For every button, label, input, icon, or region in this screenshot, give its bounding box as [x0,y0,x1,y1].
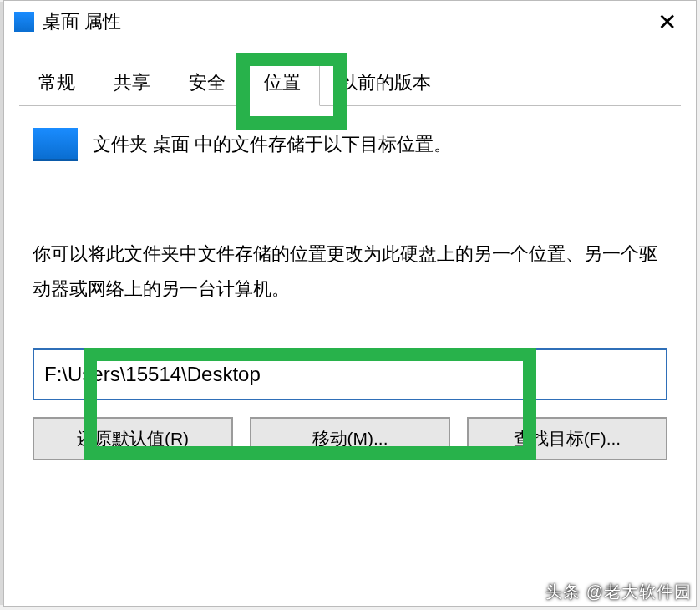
restore-defaults-button[interactable]: 还原默认值(R) [33,417,233,460]
desktop-icon [33,128,78,161]
tab-content: 文件夹 桌面 中的文件存储于以下目标位置。 你可以将此文件夹中文件存储的位置更改… [4,113,696,460]
move-button[interactable]: 移动(M)... [250,417,450,460]
tab-security[interactable]: 安全 [170,58,245,105]
close-button[interactable]: ✕ [647,3,686,41]
tab-general[interactable]: 常规 [19,58,94,105]
header-row: 文件夹 桌面 中的文件存储于以下目标位置。 [33,128,667,161]
description-text: 你可以将此文件夹中文件存储的位置更改为此硬盘上的另一个位置、另一个驱动器或网络上… [33,236,667,307]
tab-previous-versions[interactable]: 以前的版本 [320,58,450,105]
path-input[interactable] [33,348,667,400]
find-target-button[interactable]: 查找目标(F)... [467,417,667,460]
tab-location[interactable]: 位置 [245,58,320,106]
path-input-wrap [33,348,667,400]
properties-dialog: 桌面 属性 ✕ 常规 共享 安全 位置 以前的版本 文件夹 桌面 中的文件存储于… [3,0,697,607]
tab-sharing[interactable]: 共享 [94,58,170,105]
tab-strip: 常规 共享 安全 位置 以前的版本 [19,63,681,113]
header-text: 文件夹 桌面 中的文件存储于以下目标位置。 [93,130,452,159]
button-row: 还原默认值(R) 移动(M)... 查找目标(F)... [33,417,667,460]
window-title: 桌面 属性 [43,9,647,34]
titlebar: 桌面 属性 ✕ [4,1,696,43]
desktop-small-icon [14,12,34,32]
watermark-text: 头条 @老大软件园 [545,581,692,603]
